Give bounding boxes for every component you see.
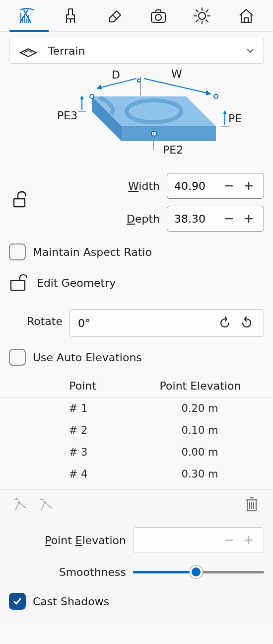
svg-point-1	[155, 14, 161, 20]
aspect-ratio-label: Maintain Aspect Ratio	[33, 246, 152, 258]
depth-spinner	[167, 206, 264, 232]
width-decrement[interactable]	[219, 176, 239, 196]
tab-house[interactable]	[229, 0, 264, 31]
checkmark-icon	[12, 596, 22, 606]
minus-icon	[223, 535, 234, 546]
auto-elev-label: Use Auto Elevations	[33, 351, 142, 364]
svg-text:W: W	[171, 68, 182, 80]
chevron-down-icon	[246, 46, 255, 55]
svg-text:PE2: PE2	[163, 144, 183, 156]
point-elevation-label: Point Elevation	[9, 534, 133, 547]
rotate-cw-button[interactable]	[214, 312, 236, 334]
rotate-ccw-button[interactable]	[236, 312, 258, 334]
svg-line-10	[196, 20, 198, 22]
remove-point-icon	[38, 496, 54, 512]
table-row[interactable]: # 40.30 m	[0, 463, 273, 485]
point-elevation-input[interactable]	[138, 534, 219, 547]
rotate-input[interactable]	[76, 317, 214, 329]
svg-line-52	[45, 502, 52, 508]
table-row[interactable]: # 10.20 m	[0, 398, 273, 419]
shape-preview: D W PE1 PE2 PE3	[9, 67, 264, 166]
svg-marker-29	[80, 95, 84, 99]
svg-point-16	[214, 94, 218, 98]
tab-eraser[interactable]	[97, 0, 132, 31]
elev-table: # 10.20 m # 20.10 m # 30.00 m # 40.30 m	[0, 397, 273, 485]
point-actionbar	[0, 489, 273, 522]
terrain-type-icon	[18, 44, 38, 58]
svg-text:PE3: PE3	[57, 109, 77, 122]
auto-elev-checkbox[interactable]	[9, 349, 26, 366]
tab-brush[interactable]	[53, 0, 88, 31]
svg-text:PE1: PE1	[228, 112, 241, 125]
plus-icon	[243, 535, 254, 546]
svg-point-18	[137, 79, 140, 82]
smoothness-label: Smoothness	[9, 566, 133, 578]
width-increment[interactable]	[239, 176, 259, 196]
auto-elev-row: Use Auto Elevations	[9, 349, 264, 366]
table-row[interactable]: # 20.10 m	[0, 419, 273, 441]
svg-line-9	[206, 10, 208, 12]
add-point-button[interactable]	[9, 493, 34, 515]
svg-line-47	[15, 502, 19, 510]
geometry-unlocked-icon	[9, 273, 30, 292]
measure-icon	[17, 6, 37, 26]
svg-line-21	[144, 79, 211, 94]
svg-line-51	[41, 502, 45, 510]
svg-point-2	[199, 12, 205, 19]
width-spinner	[167, 173, 264, 199]
svg-point-17	[151, 131, 156, 136]
svg-rect-36	[14, 199, 25, 207]
depth-input[interactable]	[172, 213, 219, 225]
svg-text:D: D	[112, 69, 120, 81]
tab-measure[interactable]	[9, 0, 44, 31]
plus-icon	[243, 180, 254, 191]
width-input[interactable]	[172, 180, 219, 192]
rotate-cw-icon	[218, 316, 232, 330]
depth-label: Depth	[43, 213, 167, 225]
svg-rect-43	[11, 280, 25, 290]
eraser-icon	[106, 7, 124, 25]
tab-light[interactable]	[185, 0, 219, 31]
svg-marker-13	[122, 126, 216, 141]
svg-line-8	[206, 20, 208, 22]
svg-line-7	[196, 10, 198, 12]
add-point-icon	[13, 496, 29, 512]
shape-type-label: Terrain	[48, 45, 246, 57]
rotate-box	[69, 309, 264, 337]
rotate-ccw-icon	[240, 316, 254, 330]
house-icon	[237, 6, 256, 25]
trash-icon	[244, 496, 259, 513]
camera-icon	[149, 6, 168, 25]
cast-shadows-checkbox[interactable]	[9, 593, 26, 610]
svg-marker-22	[206, 90, 211, 95]
lock-open-icon[interactable]	[11, 189, 31, 209]
svg-marker-26	[223, 110, 227, 114]
sun-icon	[193, 6, 211, 25]
edit-geometry-button[interactable]: Edit Geometry	[9, 273, 264, 292]
pe-increment[interactable]	[239, 530, 259, 550]
aspect-ratio-checkbox[interactable]	[9, 243, 26, 260]
brush-icon	[62, 7, 79, 25]
smoothness-slider[interactable]	[133, 562, 264, 582]
tab-camera[interactable]	[141, 0, 176, 31]
point-elevation-spinner	[133, 527, 264, 553]
plus-icon	[243, 213, 254, 224]
aspect-ratio-row: Maintain Aspect Ratio	[9, 243, 264, 260]
minus-icon	[223, 180, 234, 191]
pe-decrement[interactable]	[219, 530, 239, 550]
cast-shadows-label: Cast Shadows	[33, 595, 109, 608]
width-label: Width	[43, 180, 167, 192]
rotate-label: Rotate	[9, 315, 69, 327]
minus-icon	[223, 213, 234, 224]
shape-type-select[interactable]: Terrain	[9, 38, 264, 64]
depth-decrement[interactable]	[219, 209, 239, 229]
depth-increment[interactable]	[239, 209, 259, 229]
tool-tabbar	[0, 0, 273, 32]
delete-button[interactable]	[239, 493, 264, 515]
remove-point-button[interactable]	[34, 493, 59, 515]
table-row[interactable]: # 30.00 m	[0, 441, 273, 463]
svg-point-15	[90, 94, 94, 98]
elev-table-header: Point Point Elevation	[9, 366, 264, 397]
svg-line-48	[19, 502, 26, 508]
